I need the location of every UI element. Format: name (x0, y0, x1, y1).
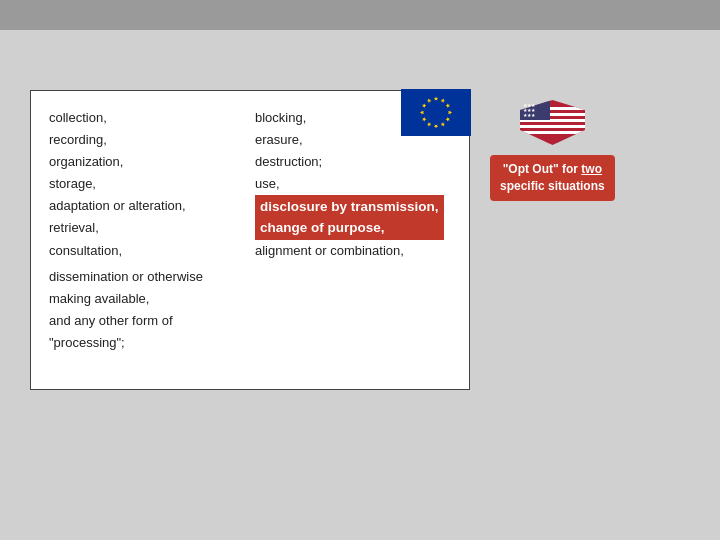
left-line-2: recording, (49, 129, 245, 151)
full-line-1: dissemination or otherwise (49, 266, 451, 288)
svg-rect-17 (520, 131, 585, 134)
left-line-6: retrieval, (49, 217, 245, 239)
full-width-section: dissemination or otherwise making availa… (49, 266, 451, 354)
main-content: collection, recording, organization, sto… (30, 90, 690, 480)
text-columns: collection, recording, organization, sto… (49, 107, 451, 262)
left-line-7: consultation, (49, 240, 245, 262)
svg-rect-16 (520, 125, 585, 128)
right-line-4: use, (255, 173, 451, 195)
text-box: collection, recording, organization, sto… (30, 90, 470, 390)
full-line-4: "processing"; (49, 332, 451, 354)
top-bar (0, 0, 720, 30)
right-line-3: destruction; (255, 151, 451, 173)
left-line-1: collection, (49, 107, 245, 129)
opt-out-line1: "Opt Out" for two (503, 162, 602, 176)
left-line-5: adaptation or alteration, (49, 195, 245, 217)
left-line-3: organization, (49, 151, 245, 173)
eu-flag (401, 89, 471, 136)
opt-out-box: "Opt Out" for two specific situations (490, 155, 615, 201)
right-side: ★★★ ★★★ ★★★ "Opt Out" for two specific s… (490, 100, 615, 201)
full-line-2: making available, (49, 288, 451, 310)
opt-out-line2: specific situations (500, 179, 605, 193)
svg-rect-0 (401, 89, 471, 136)
slide: collection, recording, organization, sto… (0, 0, 720, 540)
left-column: collection, recording, organization, sto… (49, 107, 245, 262)
right-line-5: alignment or combination, (255, 240, 451, 262)
us-flag: ★★★ ★★★ ★★★ (520, 100, 585, 145)
left-line-4: storage, (49, 173, 245, 195)
highlight-text: disclosure by transmission,change of pur… (255, 195, 444, 240)
svg-text:★★★: ★★★ (523, 112, 536, 118)
full-line-3: and any other form of (49, 310, 451, 332)
